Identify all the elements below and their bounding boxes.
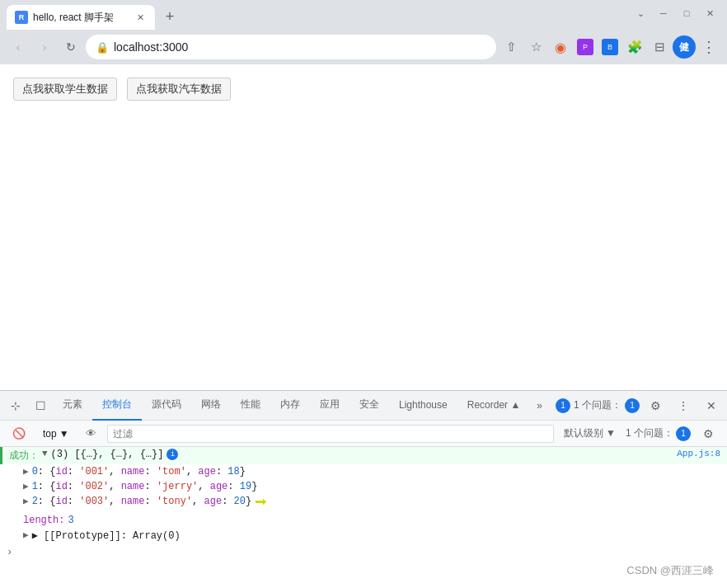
get-student-data-button[interactable]: 点我获取学生数据 — [13, 78, 117, 101]
issues-display: 1 个问题： 1 — [626, 426, 691, 441]
console-line-item2: ▶ 2: {id: '003', name: 'tony', age: 20} … — [16, 494, 727, 513]
tab-recorder[interactable]: Recorder ▲ — [457, 391, 531, 421]
tab-memory[interactable]: 内存 — [270, 391, 310, 421]
extensions-icon[interactable]: 🧩 — [623, 35, 646, 59]
menu-icon[interactable]: ⋮ — [697, 35, 720, 59]
ext-blue-icon[interactable]: B — [598, 35, 621, 59]
share-icon[interactable]: ⇧ — [500, 35, 523, 59]
console-output: 成功： ▼ (3) [{…}, {…}, {…}] i App.js:8 ▶ 0… — [0, 447, 727, 588]
log-level-selector[interactable]: 默认级别 ▼ — [559, 425, 621, 442]
chrome-extension-icon[interactable]: ◉ — [549, 35, 572, 59]
devtools-settings-icon[interactable]: ⚙ — [643, 393, 668, 418]
tab-sources[interactable]: 源代码 — [142, 391, 191, 421]
tab-performance[interactable]: 性能 — [231, 391, 270, 421]
reload-button[interactable]: ↻ — [59, 35, 82, 59]
forward-button[interactable]: › — [33, 35, 56, 59]
console-line-prototype: ▶ ▶ [[Prototype]]: Array(0) — [16, 528, 727, 543]
tab-favicon: R — [15, 11, 28, 24]
tab-bar: R hello, react 脚手架 ✕ + — [7, 0, 620, 30]
devtools-more-icon[interactable]: ⋮ — [671, 393, 696, 418]
console-line-item1: ▶ 1: {id: '002', name: 'jerry', age: 19} — [16, 479, 727, 494]
split-screen-icon[interactable]: ⊟ — [648, 35, 671, 59]
issues-count-badge: 1 — [625, 398, 640, 413]
devtools-close-icon[interactable]: ✕ — [699, 393, 724, 418]
expand-arrow[interactable]: ▼ — [42, 449, 48, 459]
success-label: 成功： — [9, 449, 39, 463]
source-link[interactable]: App.js:8 — [677, 449, 720, 459]
console-toolbar: 🚫 top ▼ 👁 默认级别 ▼ 1 个问题： 1 ⚙ — [0, 421, 727, 447]
address-bar: ‹ › ↻ 🔒 localhost:3000 ⇧ ☆ ◉ P B 🧩 ⊟ 健 ⋮ — [0, 30, 727, 64]
info-icon[interactable]: i — [167, 449, 178, 460]
tab-application[interactable]: 应用 — [310, 391, 349, 421]
prototype-content: ▶ [[Prototype]]: Array(0) — [32, 529, 181, 542]
title-bar: R hello, react 脚手架 ✕ + ⌄ ─ □ ✕ — [0, 0, 727, 30]
mouse-cursor: ⮕ — [255, 496, 268, 511]
tab-console[interactable]: 控制台 — [92, 391, 142, 421]
issues-label: 1 个问题： — [574, 398, 621, 412]
item2-arrow[interactable]: ▶ — [23, 496, 29, 506]
back-button[interactable]: ‹ — [7, 35, 30, 59]
bookmark-icon[interactable]: ☆ — [524, 35, 547, 59]
toolbar-icons: ⇧ ☆ ◉ P B 🧩 ⊟ 健 ⋮ — [500, 35, 720, 59]
tab-security[interactable]: 安全 — [349, 391, 389, 421]
maximize-button[interactable]: □ — [676, 6, 697, 21]
level-filter-text: top — [43, 428, 57, 440]
tab-lighthouse[interactable]: Lighthouse — [389, 391, 457, 421]
more-tabs-button[interactable]: » — [530, 391, 549, 421]
item1-arrow[interactable]: ▶ — [23, 481, 29, 492]
close-button[interactable]: ✕ — [699, 6, 720, 21]
watermark: CSDN @西涯三峰 — [626, 563, 714, 578]
devtools-issues-badge: 1 — [556, 398, 570, 413]
prototype-arrow[interactable]: ▶ — [23, 529, 29, 540]
url-bar[interactable]: 🔒 localhost:3000 — [86, 35, 496, 59]
new-tab-button[interactable]: + — [158, 5, 181, 28]
clear-console-icon[interactable]: 🚫 — [7, 421, 31, 446]
array-description: (3) [{…}, {…}, {…}] — [51, 449, 164, 460]
issues-text: 1 个问题： — [626, 426, 673, 440]
url-text: localhost:3000 — [114, 40, 486, 54]
devtools-device-icon[interactable]: ☐ — [28, 393, 53, 418]
chevron-down-icon[interactable]: ⌄ — [630, 6, 651, 21]
level-filter-arrow: ▼ — [59, 428, 69, 440]
tab-title: hello, react 脚手架 — [33, 11, 129, 25]
length-value: 3 — [68, 515, 73, 526]
get-car-data-button[interactable]: 点我获取汽车数据 — [127, 78, 231, 101]
tab-close-button[interactable]: ✕ — [134, 11, 147, 24]
console-level-filter[interactable]: top ▼ — [36, 426, 76, 441]
item2-content: 2: {id: '003', name: 'tony', age: 20} — [32, 496, 252, 507]
minimize-button[interactable]: ─ — [653, 6, 674, 21]
window-controls: ⌄ ─ □ ✕ — [630, 6, 720, 21]
length-label: length: — [23, 515, 64, 526]
console-filter-input[interactable] — [107, 425, 554, 443]
page-content: 点我获取学生数据 点我获取汽车数据 — [0, 64, 727, 390]
favicon-text: R — [19, 13, 25, 21]
lock-icon: 🔒 — [96, 41, 109, 54]
devtools-tabs-bar: ⊹ ☐ 元素 控制台 源代码 网络 性能 内存 应用 安全 Lighthouse… — [0, 391, 727, 421]
item1-content: 1: {id: '002', name: 'jerry', age: 19} — [32, 481, 258, 492]
prompt-icon: › — [7, 547, 12, 558]
eye-icon[interactable]: 👁 — [81, 423, 102, 445]
browser-window: R hello, react 脚手架 ✕ + ⌄ ─ □ ✕ — [0, 0, 727, 588]
tab-network[interactable]: 网络 — [191, 391, 231, 421]
ext-purple-icon[interactable]: P — [574, 35, 597, 59]
console-line-success: 成功： ▼ (3) [{…}, {…}, {…}] i App.js:8 — [0, 447, 727, 464]
item0-arrow[interactable]: ▶ — [23, 466, 29, 477]
console-line-length: length: 3 — [16, 513, 727, 528]
issues-num-badge: 1 — [676, 426, 691, 441]
devtools-panel: ⊹ ☐ 元素 控制台 源代码 网络 性能 内存 应用 安全 Lighthouse… — [0, 390, 727, 588]
devtools-inspect-icon[interactable]: ⊹ — [3, 393, 28, 418]
tab-elements[interactable]: 元素 — [53, 391, 92, 421]
devtools-right-controls: 1 1 个问题： 1 ⚙ ⋮ ✕ — [556, 393, 724, 418]
profile-avatar[interactable]: 健 — [673, 35, 696, 59]
console-settings-icon[interactable]: ⚙ — [696, 421, 720, 446]
console-prompt-line: › — [0, 545, 727, 560]
console-line-item0: ▶ 0: {id: '001', name: 'tom', age: 18} — [16, 464, 727, 479]
active-tab[interactable]: R hello, react 脚手架 ✕ — [7, 5, 155, 30]
item0-content: 0: {id: '001', name: 'tom', age: 18} — [32, 466, 246, 477]
